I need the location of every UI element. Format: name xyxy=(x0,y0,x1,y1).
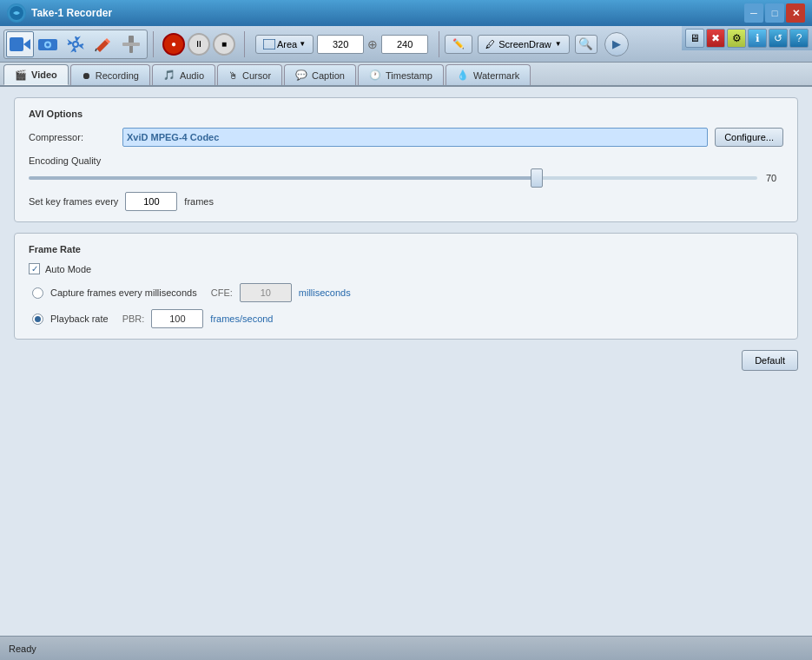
tab-caption[interactable]: 💬 Caption xyxy=(284,64,356,85)
area-separator: ⊕ xyxy=(367,37,378,51)
keyframe-input[interactable] xyxy=(125,192,177,211)
tab-cursor-icon: 🖱 xyxy=(228,70,238,81)
stop-button[interactable]: ■ xyxy=(213,33,235,56)
edit-nav-btn[interactable] xyxy=(89,31,117,57)
cfe-unit: milliseconds xyxy=(299,287,351,298)
tab-cursor-label: Cursor xyxy=(242,70,271,81)
tab-caption-icon: 💬 xyxy=(295,69,307,81)
tab-caption-label: Caption xyxy=(312,70,345,81)
avi-options-title: AVI Options xyxy=(29,109,783,119)
camera-nav-btn[interactable] xyxy=(34,31,62,57)
record-nav-btn[interactable] xyxy=(6,31,34,57)
area-label: Area xyxy=(277,39,297,50)
pause-button[interactable]: ⏸ xyxy=(188,33,210,56)
app-window: Take-1 Recorder ─ □ ✕ 🖥 ✖ ⚙ ℹ ↺ ? xyxy=(0,0,812,660)
play-button[interactable]: ▶ xyxy=(604,32,629,56)
record-button[interactable]: ● xyxy=(162,33,185,56)
content-area: AVI Options Compressor: XviD MPEG-4 Code… xyxy=(0,87,812,660)
pbr-label: PBR: xyxy=(122,314,145,324)
keyframe-unit: frames xyxy=(184,196,219,207)
area-button[interactable]: Area ▼ xyxy=(255,35,314,54)
auto-mode-checkbox[interactable]: ✓ xyxy=(29,263,40,274)
tab-watermark-icon: 💧 xyxy=(457,69,469,81)
video-tab-content: AVI Options Compressor: XviD MPEG-4 Code… xyxy=(0,87,812,381)
area-controls: Area ▼ ⊕ xyxy=(250,35,433,54)
tools-nav-btn[interactable] xyxy=(117,31,145,57)
app-logo xyxy=(7,3,26,23)
capture-radio[interactable] xyxy=(32,287,43,299)
main-nav-group xyxy=(3,30,148,59)
pen-button[interactable]: ✏️ xyxy=(445,35,472,54)
tab-recording[interactable]: ⏺ Recording xyxy=(70,64,150,85)
toolbar-sep-1 xyxy=(153,31,154,57)
pbr-unit: frames/second xyxy=(210,314,273,324)
tab-audio[interactable]: 🎵 Audio xyxy=(152,64,215,85)
window-title: Take-1 Recorder xyxy=(31,7,112,19)
area-width-input[interactable] xyxy=(317,35,364,54)
tab-recording-icon: ⏺ xyxy=(82,70,91,81)
close-button[interactable]: ✕ xyxy=(786,3,805,23)
settings-nav-btn[interactable] xyxy=(62,31,89,57)
status-bar: Ready xyxy=(0,636,812,660)
info-icon-btn[interactable]: ℹ xyxy=(748,29,767,48)
tab-timestamp[interactable]: 🕐 Timestamp xyxy=(358,64,444,85)
avi-options-section: AVI Options Compressor: XviD MPEG-4 Code… xyxy=(14,97,798,222)
tab-watermark[interactable]: 💧 Watermark xyxy=(446,64,531,85)
status-text: Ready xyxy=(9,644,36,654)
screendraw-button[interactable]: 🖊 ScreenDraw ▼ xyxy=(478,35,569,54)
help-icon-btn[interactable]: ⚙ xyxy=(727,29,746,48)
refresh-icon-btn[interactable]: ↺ xyxy=(769,29,788,48)
compressor-label: Compressor: xyxy=(29,132,116,142)
tab-cursor[interactable]: 🖱 Cursor xyxy=(217,64,282,85)
tab-watermark-label: Watermark xyxy=(473,70,519,81)
svg-line-7 xyxy=(96,49,96,51)
top-right-icons: 🖥 ✖ ⚙ ℹ ↺ ? xyxy=(682,26,812,50)
title-bar-left: Take-1 Recorder xyxy=(7,3,112,23)
tab-recording-label: Recording xyxy=(96,70,139,81)
svg-rect-10 xyxy=(122,43,140,46)
tab-timestamp-label: Timestamp xyxy=(386,70,432,81)
svg-marker-2 xyxy=(23,39,30,50)
default-btn-row: Default xyxy=(14,350,798,371)
frame-rate-title: Frame Rate xyxy=(29,244,783,254)
minimize-button[interactable]: ─ xyxy=(744,3,763,23)
tab-audio-icon: 🎵 xyxy=(163,69,175,81)
compressor-row: Compressor: XviD MPEG-4 Codec Configure.… xyxy=(29,128,783,147)
area-height-input[interactable] xyxy=(381,35,428,54)
pen-icon: ✏️ xyxy=(452,38,465,50)
toolbar-sep-2 xyxy=(244,31,245,57)
keyframe-label: Set key frames every xyxy=(29,196,118,207)
title-bar-controls: ─ □ ✕ xyxy=(744,3,805,23)
playback-rate-row: Playback rate PBR: frames/second xyxy=(32,309,783,328)
default-button[interactable]: Default xyxy=(742,350,798,371)
capture-frames-row: Capture frames every milliseconds CFE: m… xyxy=(32,283,783,302)
quality-slider[interactable] xyxy=(29,176,757,180)
pbr-input[interactable] xyxy=(151,309,203,328)
playback-radio[interactable] xyxy=(32,314,43,325)
auto-mode-label: Auto Mode xyxy=(45,264,91,274)
cfe-label: CFE: xyxy=(211,287,233,298)
toolbar-sep-3 xyxy=(439,31,439,57)
cfe-input[interactable] xyxy=(240,283,292,302)
screendraw-label: ScreenDraw xyxy=(498,39,551,50)
quality-slider-row: 70 xyxy=(29,173,783,183)
encoding-quality-label: Encoding Quality xyxy=(29,155,783,166)
screendraw-dropdown-icon: ▼ xyxy=(555,40,562,48)
configure-button[interactable]: Configure... xyxy=(715,128,783,147)
tab-video[interactable]: 🎬 Video xyxy=(3,64,69,85)
question-icon-btn[interactable]: ? xyxy=(789,29,809,48)
capture-label: Capture frames every milliseconds xyxy=(50,287,197,298)
record-controls: ● ⏸ ■ xyxy=(159,33,239,56)
zoom-icon: 🔍 xyxy=(578,37,593,50)
compressor-select[interactable]: XviD MPEG-4 Codec xyxy=(122,128,708,147)
svg-point-6 xyxy=(73,42,78,47)
svg-point-5 xyxy=(46,43,50,46)
keyframe-row: Set key frames every frames xyxy=(29,192,783,211)
close-icon-btn[interactable]: ✖ xyxy=(706,29,725,48)
monitor-icon-btn[interactable]: 🖥 xyxy=(685,29,704,48)
zoom-button[interactable]: 🔍 xyxy=(575,35,597,54)
maximize-button[interactable]: □ xyxy=(765,3,784,23)
radio-group: Capture frames every milliseconds CFE: m… xyxy=(29,283,783,328)
title-bar: Take-1 Recorder ─ □ ✕ xyxy=(0,0,812,26)
tabs-row: 🎬 Video ⏺ Recording 🎵 Audio 🖱 Cursor 💬 C… xyxy=(0,63,812,87)
